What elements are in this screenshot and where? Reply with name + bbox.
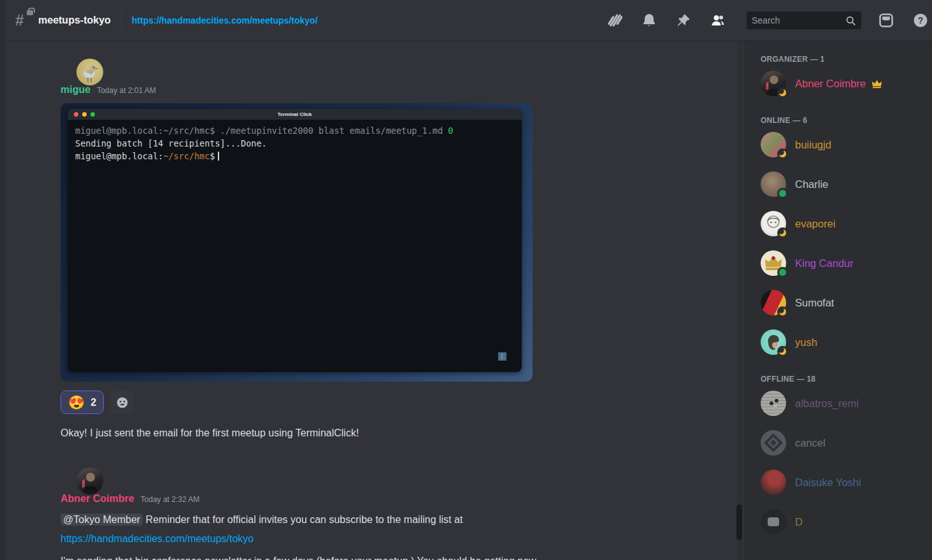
- member-row-evaporei[interactable]: evaporei: [754, 210, 927, 237]
- status-badge-online: [777, 267, 788, 278]
- terminal-prompt-path: ~/src/hmc: [163, 151, 210, 161]
- member-name: Charlie: [795, 178, 828, 190]
- chat-scrollbar-track: [737, 41, 742, 560]
- search-icon: [845, 15, 856, 26]
- member-row-sumofat[interactable]: Sumofat: [754, 289, 927, 316]
- author-name-migue[interactable]: migue: [61, 84, 90, 96]
- server-owner-crown-icon: [871, 78, 883, 90]
- terminal-prompt-user: miguel@mpb.local:: [75, 151, 163, 161]
- avatar-abner[interactable]: [76, 468, 103, 494]
- terminal-exit-status: 0: [448, 126, 453, 136]
- terminal-cursor: [218, 152, 219, 161]
- member-name: evaporei: [795, 218, 835, 230]
- header-toolbar: Search ?: [598, 11, 923, 29]
- help-icon[interactable]: ?: [913, 13, 928, 28]
- channel-header: # meetups-tokyo https://handmadecities.c…: [0, 0, 932, 41]
- lock-icon: [27, 10, 33, 15]
- terminal-line1: miguel@mpb.local:~/src/hmc$ ./meetupinvi…: [75, 126, 448, 136]
- member-list-toggle-icon[interactable]: [710, 13, 726, 28]
- message-line-2: https://handmadecities.com/meetups/tokyo: [61, 529, 744, 549]
- section-label-organizer: ORGANIZER — 1: [754, 55, 927, 64]
- message-group-migue: migue Today at 2:01 AM Terminal Click mi…: [0, 57, 744, 414]
- terminal-screenshot-attachment[interactable]: Terminal Click miguel@mpb.local:~/src/hm…: [61, 103, 533, 382]
- avatar-migue[interactable]: [76, 59, 103, 85]
- message-text: Okay! I just sent the email for the firs…: [61, 426, 744, 440]
- message-line-1: @Tokyo Member Reminder that for official…: [61, 510, 744, 529]
- terminal-title: Terminal Click: [68, 111, 522, 117]
- chat-area: migue Today at 2:01 AM Terminal Click mi…: [0, 41, 744, 560]
- terminal-output: miguel@mpb.local:~/src/hmc$ ./meetupinvi…: [68, 120, 522, 167]
- role-mention-tokyo-member[interactable]: @Tokyo Member: [61, 513, 143, 526]
- member-row-buiiugjd[interactable]: buiiugjd: [754, 131, 927, 158]
- terminal-window: Terminal Click miguel@mpb.local:~/src/hm…: [68, 109, 522, 372]
- member-list: ORGANIZER — 1 Abner Coimbre: [744, 41, 932, 560]
- message-header: Abner Coimbre Today at 2:32 AM: [61, 493, 744, 507]
- member-name: D: [795, 516, 803, 528]
- member-row-king-candur[interactable]: King Candur: [754, 250, 927, 276]
- terminal-resize-handle: [498, 352, 506, 361]
- locked-channel-hash-icon: #: [15, 12, 32, 29]
- avatar-partial-member: [761, 509, 786, 535]
- member-row-albatros-remi[interactable]: albatros_remi: [754, 390, 927, 417]
- add-reaction-button[interactable]: [110, 391, 134, 414]
- author-name-abner[interactable]: Abner Coimbre: [61, 493, 134, 505]
- member-name: cancel: [795, 437, 826, 449]
- message-text: I'm sending that big conference newslett…: [61, 552, 744, 560]
- pinned-messages-icon[interactable]: [676, 13, 691, 28]
- section-label-offline: OFFLINE — 18: [754, 375, 927, 384]
- message-followup-migue: Okay! I just sent the email for the firs…: [0, 426, 744, 440]
- section-label-online: ONLINE — 6: [754, 116, 927, 125]
- main-body: migue Today at 2:01 AM Terminal Click mi…: [0, 41, 932, 560]
- message-group-abner: Abner Coimbre Today at 2:32 AM @Tokyo Me…: [0, 466, 744, 560]
- threads-icon[interactable]: [607, 13, 622, 28]
- member-name: Daisuke Yoshi: [795, 477, 861, 489]
- status-badge-idle: [777, 306, 788, 317]
- selfie-avatar-art: [76, 468, 103, 494]
- member-name: Sumofat: [795, 297, 834, 309]
- status-badge-idle: [777, 148, 788, 159]
- member-name: albatros_remi: [795, 398, 859, 410]
- header-divider: [121, 13, 122, 28]
- inbox-icon[interactable]: [878, 13, 894, 28]
- status-badge-online: [777, 188, 788, 199]
- member-name: buiiugjd: [795, 139, 831, 151]
- status-badge-idle: [777, 87, 788, 98]
- notification-settings-icon[interactable]: [642, 13, 657, 28]
- search-placeholder: Search: [752, 15, 845, 25]
- status-badge-idle: [777, 346, 788, 357]
- terminal-titlebar: Terminal Click: [68, 109, 522, 120]
- discord-app: # meetups-tokyo https://handmadecities.c…: [0, 0, 932, 560]
- chat-scrollbar-thumb[interactable]: [736, 505, 742, 540]
- svg-text:?: ?: [918, 15, 924, 25]
- smiley-add-icon: [116, 396, 129, 409]
- terminal-line2: Sending batch [14 recipients]...Done.: [75, 138, 267, 148]
- reaction-heart-eyes[interactable]: 😍 2: [61, 391, 104, 414]
- heart-eyes-emoji: 😍: [68, 396, 85, 409]
- member-row-abner[interactable]: Abner Coimbre: [754, 70, 927, 97]
- member-name: King Candur: [795, 257, 854, 269]
- terminal-prompt-dollar: $: [210, 151, 215, 161]
- member-row-daisuke-yoshi[interactable]: Daisuke Yoshi: [754, 469, 927, 496]
- member-row-charlie[interactable]: Charlie: [754, 171, 927, 197]
- member-name: Abner Coimbre: [795, 78, 866, 90]
- bird-avatar-art: [76, 59, 103, 85]
- search-input[interactable]: Search: [747, 11, 861, 29]
- member-name: yush: [795, 336, 817, 348]
- status-badge-idle: [777, 227, 788, 238]
- channel-topic-link[interactable]: https://handmadecities.com/meetups/tokyo…: [132, 15, 318, 25]
- member-row-partial[interactable]: D: [754, 508, 927, 535]
- avatar-cancel: [761, 430, 786, 456]
- message-text: Reminder that for official invites you c…: [143, 514, 462, 525]
- message-header: migue Today at 2:01 AM: [61, 84, 744, 98]
- reaction-count: 2: [90, 397, 96, 408]
- avatar-daisuke-yoshi: [761, 470, 786, 495]
- channel-name: meetups-tokyo: [38, 15, 111, 26]
- message-paragraph-2: I'm sending that big conference newslett…: [61, 552, 744, 560]
- avatar-albatros-remi: [761, 391, 786, 416]
- reactions-row: 😍 2: [61, 391, 744, 414]
- message-timestamp: Today at 2:32 AM: [141, 495, 200, 504]
- mailing-list-link[interactable]: https://handmadecities.com/meetups/tokyo: [61, 533, 254, 544]
- member-row-cancel[interactable]: cancel: [754, 429, 927, 456]
- member-row-yush[interactable]: yush: [754, 329, 927, 355]
- left-edge-strip: [0, 0, 5, 560]
